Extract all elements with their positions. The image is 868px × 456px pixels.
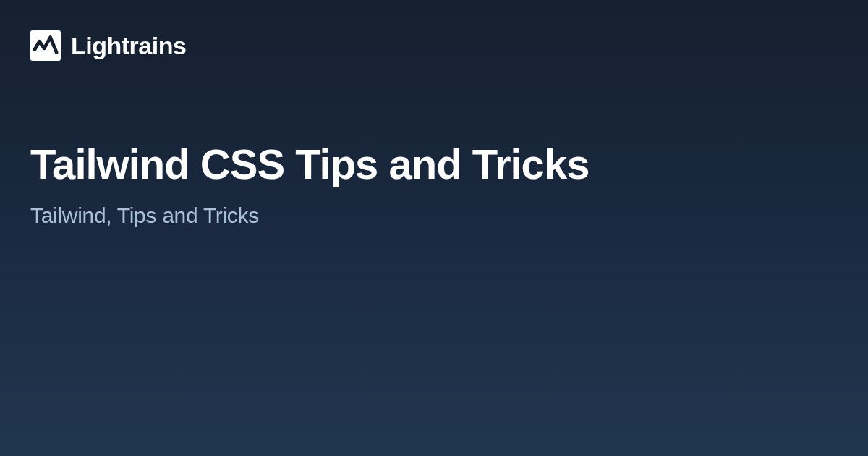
- brand-logo-icon: [30, 30, 61, 61]
- brand-name: Lightrains: [71, 32, 186, 60]
- brand-logo: Lightrains: [30, 30, 186, 61]
- page-title: Tailwind CSS Tips and Tricks: [30, 141, 589, 187]
- page-subtitle: Tailwind, Tips and Tricks: [30, 203, 589, 228]
- content-block: Tailwind CSS Tips and Tricks Tailwind, T…: [30, 141, 589, 228]
